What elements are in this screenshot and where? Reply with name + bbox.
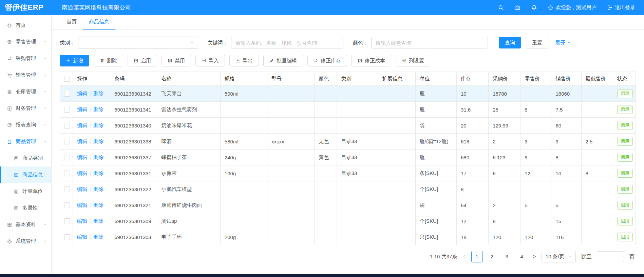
delete-link[interactable]: 删除 bbox=[93, 170, 103, 176]
sidebar-subitem-0[interactable]: 商品类别 bbox=[0, 150, 51, 166]
column-header-12[interactable]: 销售价 bbox=[551, 72, 581, 86]
toolbar-button-4[interactable]: 导入 bbox=[195, 55, 225, 66]
sidebar-item-2[interactable]: 采购管理 bbox=[0, 50, 51, 67]
edit-link[interactable]: 编辑 bbox=[77, 218, 87, 224]
cell-unit: 个[SKU] bbox=[415, 213, 456, 229]
sidebar-item-9[interactable]: 系统管理 bbox=[0, 233, 51, 250]
row-checkbox[interactable] bbox=[64, 139, 70, 144]
row-checkbox[interactable] bbox=[64, 218, 70, 224]
sidebar-item-0[interactable]: 首页 bbox=[0, 17, 51, 34]
column-header-3[interactable]: 规格 bbox=[220, 72, 267, 86]
column-header-7[interactable]: 扩展信息 bbox=[378, 72, 415, 86]
sidebar-item-6[interactable]: 报表查询 bbox=[0, 117, 51, 133]
row-checkbox[interactable] bbox=[64, 202, 70, 208]
cell-model bbox=[267, 197, 315, 213]
column-header-13[interactable]: 最低售价 bbox=[581, 72, 613, 86]
delete-link[interactable]: 删除 bbox=[93, 106, 103, 112]
reset-button[interactable]: 重置 bbox=[526, 37, 548, 48]
column-header-1[interactable]: 条码 bbox=[110, 72, 157, 86]
search-icon[interactable] bbox=[498, 4, 504, 11]
toolbar-button-3[interactable]: 禁用 bbox=[162, 55, 191, 66]
toolbar-button-9[interactable]: 列设置 bbox=[396, 55, 430, 66]
platform-icon[interactable] bbox=[514, 4, 521, 11]
tab-0[interactable]: 首页 bbox=[60, 15, 83, 29]
sidebar-item-4[interactable]: 仓库管理 bbox=[0, 83, 51, 100]
edit-link[interactable]: 编辑 bbox=[77, 106, 87, 112]
sidebar-item-3[interactable]: 销售管理 bbox=[0, 67, 51, 83]
delete-link[interactable]: 删除 bbox=[93, 154, 103, 160]
cell-min_price bbox=[581, 213, 613, 229]
column-header-9[interactable]: 库存 bbox=[456, 72, 488, 86]
delete-link[interactable]: 删除 bbox=[93, 186, 103, 192]
tab-1[interactable]: 商品信息 bbox=[83, 15, 115, 29]
sidebar-subitem-1[interactable]: 商品信息 bbox=[0, 166, 51, 183]
sidebar-subitem-2[interactable]: 计量单位 bbox=[0, 183, 51, 200]
toolbar-button-0[interactable]: 新增 bbox=[60, 55, 89, 66]
select-all-checkbox[interactable] bbox=[64, 76, 70, 82]
delete-link[interactable]: 删除 bbox=[93, 234, 103, 240]
page-size-select[interactable]: 10 条/页 bbox=[542, 251, 576, 262]
edit-link[interactable]: 编辑 bbox=[77, 138, 87, 144]
row-checkbox[interactable] bbox=[64, 91, 70, 97]
toolbar-button-1[interactable]: 删除 bbox=[94, 55, 123, 66]
keyword-input[interactable] bbox=[231, 37, 343, 48]
column-header-8[interactable]: 单位 bbox=[415, 72, 456, 86]
sidebar-item-5[interactable]: 财务管理 bbox=[0, 100, 51, 117]
row-checkbox[interactable] bbox=[64, 123, 70, 128]
delete-link[interactable]: 删除 bbox=[93, 202, 103, 208]
toolbar-button-2[interactable]: 启用 bbox=[128, 55, 157, 66]
sidebar-item-8[interactable]: 基本资料 bbox=[0, 216, 51, 233]
toolbar-button-7[interactable]: 修正库存 bbox=[307, 55, 347, 66]
next-page-button[interactable]: > bbox=[533, 254, 536, 260]
row-checkbox[interactable] bbox=[64, 155, 70, 160]
column-header-14[interactable]: 状态 bbox=[613, 72, 636, 86]
column-header-6[interactable]: 类别 bbox=[337, 72, 378, 86]
row-checkbox[interactable] bbox=[64, 171, 70, 176]
toolbar-button-8[interactable]: 修正成本 bbox=[352, 55, 391, 66]
delete-link[interactable]: 删除 bbox=[93, 218, 103, 224]
column-header-2[interactable]: 名称 bbox=[157, 72, 220, 86]
edit-link[interactable]: 编辑 bbox=[77, 202, 87, 208]
page-number-1[interactable]: 1 bbox=[471, 251, 483, 262]
delete-link[interactable]: 删除 bbox=[93, 91, 103, 96]
prev-page-button[interactable]: < bbox=[462, 254, 466, 260]
toolbar-button-5[interactable]: 导出 bbox=[229, 55, 259, 66]
edit-link[interactable]: 编辑 bbox=[77, 154, 87, 160]
logout-button[interactable]: 退出登录 bbox=[607, 4, 635, 11]
cell-min_price: 8 bbox=[581, 165, 613, 181]
sidebar-item-7[interactable]: 商品管理 bbox=[0, 133, 51, 150]
category-select[interactable] bbox=[78, 37, 198, 49]
edit-link[interactable]: 编辑 bbox=[77, 170, 87, 176]
column-header-0[interactable]: 操作 bbox=[73, 72, 110, 86]
page-number-2[interactable]: 2 bbox=[486, 251, 498, 262]
column-header-4[interactable]: 型号 bbox=[267, 72, 315, 86]
sidebar-subitem-3[interactable]: 多属性 bbox=[0, 200, 51, 216]
edit-link[interactable]: 编辑 bbox=[77, 91, 87, 96]
toolbar-button-6[interactable]: 批量编辑 bbox=[263, 55, 303, 66]
column-header-10[interactable]: 采购价 bbox=[489, 72, 520, 86]
sidebar-item-label: 系统管理 bbox=[16, 238, 36, 244]
notification-bell-icon[interactable] bbox=[531, 4, 537, 11]
delete-link[interactable]: 删除 bbox=[93, 122, 103, 128]
expand-link[interactable]: 展开 bbox=[555, 40, 571, 46]
column-header-5[interactable]: 颜色 bbox=[315, 72, 337, 86]
jump-page-input[interactable] bbox=[597, 251, 624, 262]
search-button[interactable]: 查询 bbox=[499, 37, 521, 48]
action-separator: | bbox=[90, 106, 91, 112]
page-number-3[interactable]: 3 bbox=[501, 251, 513, 262]
page-number-4[interactable]: 4 bbox=[516, 251, 528, 262]
cell-retail: 3 bbox=[520, 134, 551, 150]
row-checkbox[interactable] bbox=[64, 107, 70, 113]
row-checkbox[interactable] bbox=[64, 234, 70, 240]
edit-link[interactable]: 编辑 bbox=[77, 122, 87, 128]
column-header-11[interactable]: 零售价 bbox=[520, 72, 551, 86]
table-row-4: 编辑|删除6901236301337蜂蜜柚子茶240g黄色目录33瓶6806.1… bbox=[60, 150, 636, 165]
cell-category bbox=[337, 229, 378, 245]
delete-link[interactable]: 删除 bbox=[93, 138, 103, 144]
welcome-user[interactable]: 欢迎您，测试用户 bbox=[548, 4, 596, 11]
sidebar-item-1[interactable]: 零售管理 bbox=[0, 34, 51, 50]
edit-link[interactable]: 编辑 bbox=[77, 234, 87, 240]
row-checkbox[interactable] bbox=[64, 186, 70, 192]
edit-link[interactable]: 编辑 bbox=[77, 186, 87, 192]
color-input[interactable] bbox=[371, 37, 488, 48]
